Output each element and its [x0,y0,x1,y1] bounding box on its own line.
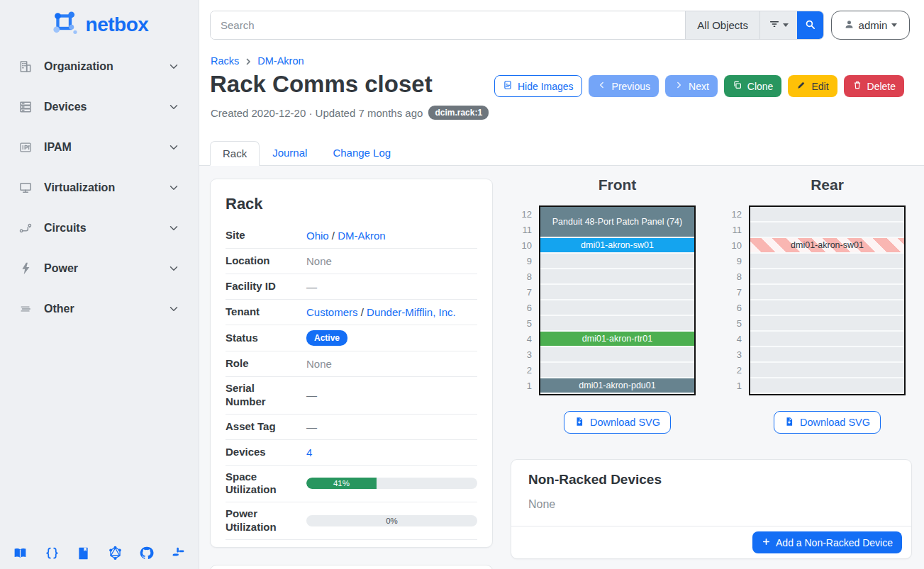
netbox-logo[interactable]: netbox [0,0,199,43]
trash-icon [852,80,862,92]
rack-device[interactable]: Panduit 48-Port Patch Panel (74) [540,207,694,237]
sidebar-item-label: Other [44,303,167,315]
next-button[interactable]: Next [665,75,718,97]
graphql-icon[interactable] [108,546,123,560]
edit-button[interactable]: Edit [788,75,837,97]
tab-rack[interactable]: Rack [210,141,260,166]
rack-device[interactable]: dmi01-akron-sw01 [540,238,694,252]
rear-rack-unit-11[interactable] [750,222,904,238]
person-icon [844,19,855,32]
search-filter-button[interactable] [759,11,797,39]
object-id-badge: dcim.rack:1 [428,106,489,120]
breadcrumb-racks[interactable]: Racks [211,55,239,67]
value-link[interactable]: Ohio [306,230,329,242]
attribute-label: Location [226,254,294,268]
attribute-value: 4 [294,446,477,458]
docs-book-icon[interactable] [13,546,28,560]
created-updated-text: Created 2020-12-20 · Updated 7 months ag… [211,107,423,119]
breadcrumb: Racks DM-Akron [211,55,304,67]
sidebar-item-devices[interactable]: Devices [7,93,191,121]
rear-rack-unit-12[interactable] [750,207,904,222]
rear-rack-unit-4[interactable] [750,332,904,347]
attribute-label: Power Utilization [226,507,294,534]
front-rack-unit-9[interactable] [540,254,694,269]
rear-rack-unit-8[interactable] [750,269,904,285]
rack-device[interactable]: dmi01-akron-rtr01 [540,332,694,346]
sidebar-item-ipam[interactable]: IPAM [7,133,191,162]
attribute-label: Site [226,229,294,242]
front-rack-unit-3[interactable] [540,347,694,363]
attribute-value: 41% [294,478,477,489]
attribute-value: Customers / Dunder-Mifflin, Inc. [294,306,477,318]
unit-number: 11 [511,222,532,238]
unit-number: 1 [511,378,532,394]
attribute-value: None [294,358,477,370]
value-link[interactable]: 4 [306,446,312,458]
unit-number: 7 [511,285,532,300]
topbar: All Objects admin [210,11,913,40]
tab-journal[interactable]: Journal [260,140,320,165]
code-braces-icon[interactable] [45,546,60,560]
value-link[interactable]: Dunder-Mifflin, Inc. [367,306,456,318]
unit-number: 3 [720,347,742,363]
tab-change-log[interactable]: Change Log [320,140,403,165]
progress-fill: 41% [306,478,377,489]
power-utilization-bar: 0% [306,515,477,526]
sidebar-item-other[interactable]: Other [7,295,191,323]
front-rack-unit-8[interactable] [540,269,694,285]
rear-rack-unit-6[interactable] [750,300,904,316]
search-scope-button[interactable]: All Objects [685,11,759,39]
sidebar-item-virtualization[interactable]: Virtualization [7,174,191,202]
sidebar-item-power[interactable]: Power [7,254,191,283]
sidebar-item-label: Circuits [44,222,167,235]
page-title: Rack Comms closet [210,71,433,98]
front-download-svg-button[interactable]: Download SVG [564,411,671,434]
value-link[interactable]: DM-Akron [338,230,386,242]
rack-device[interactable]: dmi01-akron-sw01 [750,238,904,252]
add-non-racked-device-button[interactable]: Add a Non-Racked Device [752,531,902,553]
delete-button[interactable]: Delete [844,75,904,97]
unit-number: 9 [511,254,532,269]
front-rack-unit-6[interactable] [540,300,694,316]
rear-rack-unit-7[interactable] [750,285,904,300]
hide-images-button[interactable]: Hide Images [494,75,582,97]
object-meta: Created 2020-12-20 · Updated 7 months ag… [211,106,489,120]
rack-device[interactable]: dmi01-akron-pdu01 [540,378,694,393]
netbox-app: netbox OrganizationDevicesIPAMVirtualiza… [0,0,924,569]
unit-number: 8 [511,269,532,285]
front-rack-elevation: Panduit 48-Port Patch Panel (74)dmi01-ak… [539,205,696,395]
breadcrumb-site[interactable]: DM-Akron [257,55,304,67]
ip-address-icon [18,140,33,154]
user-menu-button[interactable]: admin [831,11,910,40]
front-rack-unit-7[interactable] [540,285,694,300]
sidebar-item-circuits[interactable]: Circuits [7,214,191,242]
search-submit-button[interactable] [797,11,823,39]
attribute-label: Space Utilization [226,471,294,497]
unit-number: 6 [511,300,532,316]
sidebar-item-label: Virtualization [44,181,167,194]
clone-button[interactable]: Clone [724,75,782,97]
github-icon[interactable] [139,546,154,560]
unit-number: 5 [511,316,532,332]
community-slack-icon[interactable] [171,546,186,560]
rack-attribute-row-facility-id: Facility ID— [226,274,477,300]
release-notes-icon[interactable] [76,546,91,560]
rear-download-svg-button[interactable]: Download SVG [774,411,881,434]
front-rack-unit-5[interactable] [540,316,694,332]
rear-rack-unit-3[interactable] [750,347,904,363]
front-elevation: Front 121110987654321 Panduit 48-Port Pa… [539,174,696,434]
rear-rack-unit-9[interactable] [750,254,904,269]
search-input[interactable] [211,11,685,39]
attribute-label: Role [226,357,294,371]
rear-rack-unit-2[interactable] [750,363,904,378]
chevron-down-icon [167,60,180,73]
attribute-label: Asset Tag [226,420,294,434]
rear-rack-unit-5[interactable] [750,316,904,332]
front-rack-unit-2[interactable] [540,363,694,378]
previous-button[interactable]: Previous [589,75,659,97]
value-link[interactable]: Customers [306,306,358,318]
sidebar-item-organization[interactable]: Organization [7,52,191,81]
global-search: All Objects [210,11,824,40]
rear-rack-unit-1[interactable] [750,378,904,394]
unit-number: 4 [511,332,532,347]
